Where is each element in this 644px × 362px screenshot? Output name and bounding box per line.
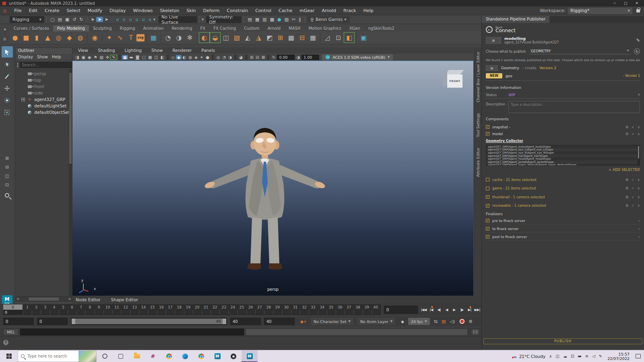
anim-layer-selector[interactable]: No Anim Layer▼ — [357, 318, 395, 325]
shelf-menu-icon[interactable]: ▪ — [4, 27, 6, 31]
animation-preferences-icon[interactable]: ⚙ — [469, 319, 473, 324]
isolate-select-icon[interactable]: ◕ — [238, 55, 244, 60]
combine-icon[interactable]: ◐ — [199, 32, 210, 43]
snapshot-icon[interactable]: ⊞ — [249, 55, 254, 60]
open-scene-icon[interactable]: ▤ — [56, 17, 63, 22]
menu-item[interactable]: Select — [63, 8, 84, 13]
mute-audio-icon[interactable]: ◁) — [450, 319, 455, 324]
publisher-tab[interactable]: Standalone Pipeline Publisher — [482, 16, 549, 23]
image-plane-front[interactable]: FRONT — [445, 70, 467, 88]
finalizer-checkbox[interactable] — [486, 235, 489, 239]
scroll-right-icon[interactable]: ▶ — [69, 297, 71, 300]
sequence-icon[interactable]: ⊟ — [254, 55, 260, 60]
shelf-tab[interactable]: FX Caching — [209, 25, 240, 31]
new-scene-icon[interactable]: ▢ — [49, 17, 56, 22]
taskbar-app[interactable]: ● — [225, 350, 242, 362]
lighting-icon[interactable]: ✶ — [199, 55, 204, 60]
gear-icon[interactable]: ⚙ — [625, 186, 629, 190]
ipr-render-icon[interactable]: ▥ — [261, 17, 268, 22]
shelf-tab[interactable]: Rendering — [167, 25, 196, 31]
start-button[interactable] — [0, 350, 18, 362]
paint-transfer-icon[interactable]: ▣ — [358, 32, 369, 43]
new-asset-name[interactable]: geo — [506, 74, 620, 78]
step-forward-button[interactable]: |▶ — [458, 306, 465, 313]
falloff-icon[interactable]: ✻ — [184, 32, 195, 43]
multisample-icon[interactable]: ◑ — [227, 55, 233, 60]
expand-icon[interactable] — [21, 78, 25, 82]
prev-key-button[interactable]: |◀ — [428, 306, 435, 313]
separator[interactable] — [167, 55, 169, 60]
search-input[interactable] — [27, 354, 72, 358]
separator[interactable] — [146, 33, 147, 43]
exposure-field[interactable] — [277, 55, 295, 60]
subdivide-icon[interactable]: ▦ — [308, 32, 318, 43]
animation-end-field[interactable] — [264, 318, 295, 325]
select-by-hierarchy-icon[interactable]: ➤ — [89, 17, 96, 22]
safe-title-icon[interactable]: ◧ — [159, 55, 165, 60]
expand-icon[interactable] — [21, 85, 25, 88]
new-asset-button[interactable]: NEW — [486, 73, 502, 78]
chevron-down-icon[interactable]: ▼ — [202, 18, 204, 21]
menu-item[interactable]: Windows — [130, 8, 157, 13]
expand-icon[interactable] — [21, 98, 25, 101]
boolean-icon[interactable]: ◫ — [221, 32, 231, 43]
bridge-icon[interactable]: ◩ — [264, 32, 275, 43]
chevron-icon[interactable]: ∨ — [637, 186, 640, 190]
status-selector[interactable]: Status WIP ▼ — [486, 92, 640, 99]
menu-item[interactable]: Help — [360, 8, 377, 13]
weather-thumbnail[interactable] — [78, 351, 96, 362]
select-by-component-icon[interactable]: ➤ — [103, 17, 110, 22]
poly-plane-icon[interactable]: ◆ — [64, 32, 75, 43]
poly-torus-icon[interactable]: ◎ — [53, 32, 64, 43]
lock-camera-icon[interactable]: ▣ — [80, 55, 86, 60]
component-row[interactable]: snapshot - ⚙ ✓ ∨ — [486, 123, 640, 130]
shelf-tab[interactable]: Curves / Surfaces — [10, 25, 53, 31]
command-language-toggle[interactable]: MEL — [3, 329, 19, 335]
shadows-icon[interactable]: ● — [204, 55, 211, 60]
separator[interactable] — [320, 33, 320, 43]
finalizer-checkbox[interactable] — [486, 227, 489, 230]
menu-item[interactable]: Cache — [275, 8, 296, 13]
shelf-tab[interactable]: Poly Modeling — [53, 25, 89, 31]
range-slider[interactable]: 0 40 — [71, 318, 227, 325]
action-center-icon[interactable] — [636, 354, 641, 358]
playback-start-field[interactable] — [37, 318, 68, 325]
scroll-left-icon[interactable]: ◀ — [17, 297, 19, 300]
select-tool[interactable] — [2, 46, 13, 58]
finalizer-checkbox[interactable] — [486, 219, 489, 222]
chevron-icon[interactable]: ∨ — [637, 125, 640, 129]
edit-task-icon[interactable]: ✎ — [636, 38, 640, 43]
menu-item[interactable]: ftrack — [340, 8, 360, 13]
menu-set-selector[interactable]: Rigging ▼ — [10, 16, 44, 23]
separator[interactable] — [267, 55, 270, 60]
smooth-icon[interactable]: ▩ — [286, 32, 297, 43]
play-backwards-button[interactable]: ◀ — [443, 306, 450, 313]
component-row[interactable]: reviewable - 1 camera selected ⚙ ✓ ∨ — [486, 203, 640, 209]
menu-item[interactable]: Arnold — [318, 8, 340, 13]
shelf-gear-icon[interactable]: ⚙ — [3, 37, 7, 41]
finalizer-row[interactable]: pre to ftrack server ∨ — [486, 218, 640, 224]
menu-item[interactable]: mGear — [296, 8, 318, 13]
step-back-button[interactable]: ◀| — [436, 306, 442, 313]
menu-item[interactable]: Control — [252, 8, 275, 13]
chevron-icon[interactable]: ∨ — [637, 178, 640, 182]
grid-icon[interactable]: ▦ — [122, 55, 128, 60]
finalizer-row[interactable]: to ftrack server ∨ — [486, 226, 640, 232]
teams-icon[interactable]: ◫ — [555, 354, 559, 358]
shelf-tab[interactable]: Animation — [139, 25, 168, 31]
playback-loop-icon[interactable]: ⇆ — [434, 319, 438, 324]
viewport-menu-item[interactable]: Renderer — [172, 48, 192, 53]
maximize-button[interactable]: □ — [624, 1, 627, 5]
taskbar-app[interactable] — [177, 350, 193, 362]
outliner-item[interactable]: side — [21, 90, 72, 96]
3d-view[interactable]: FRONT y x persp — [72, 61, 473, 296]
fps-selector[interactable]: 24 fps▼ — [408, 318, 430, 325]
mirror-icon[interactable]: ⊟ — [297, 32, 308, 43]
shelf-tab[interactable]: ngSkinTools2 — [364, 25, 398, 31]
hypershade-icon[interactable]: ● — [276, 17, 283, 22]
chevron-down-icon[interactable]: ▼ — [153, 18, 155, 21]
wireframe-icon[interactable]: ◇ — [170, 55, 176, 60]
finalizer-row[interactable]: post to ftrack server ∨ — [486, 234, 640, 241]
next-key-button[interactable]: ▶| — [466, 306, 473, 313]
colorspace-selector[interactable]: CM ACES 1.0 SDR-video (sRGB) ▼ — [322, 54, 393, 60]
